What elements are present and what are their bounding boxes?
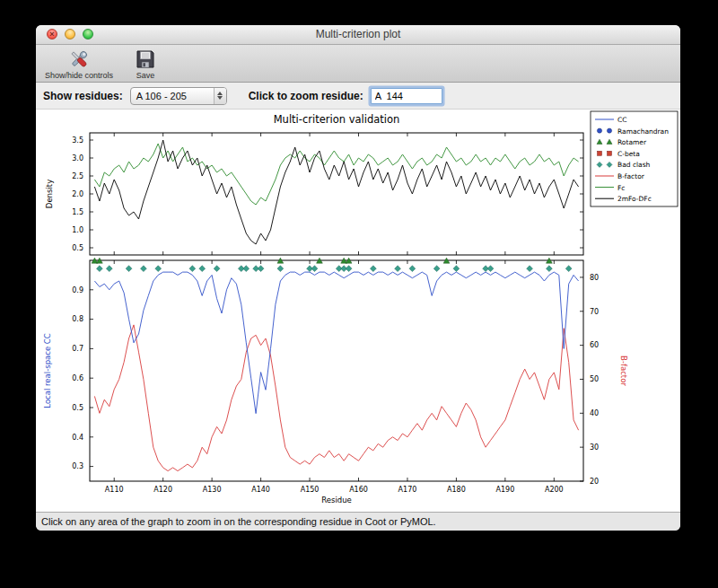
show-hide-controls-button[interactable]: Show/hide controls: [41, 47, 117, 81]
svg-text:30: 30: [590, 443, 599, 452]
svg-text:A110: A110: [104, 486, 123, 494]
svg-text:Multi-criterion validation: Multi-criterion validation: [273, 113, 399, 126]
tools-icon: [67, 48, 91, 71]
svg-text:Density: Density: [45, 180, 54, 208]
svg-text:B-factor: B-factor: [619, 355, 628, 386]
svg-text:1.5: 1.5: [72, 208, 83, 216]
residue-range-value: A 106 - 205: [131, 91, 214, 101]
svg-text:CC: CC: [617, 116, 626, 124]
svg-text:50: 50: [590, 375, 599, 383]
svg-text:0.5: 0.5: [72, 244, 83, 252]
close-button[interactable]: ×: [47, 29, 57, 39]
save-button[interactable]: Save: [131, 47, 160, 81]
toolbar-button-label: Save: [136, 71, 155, 80]
svg-text:1.0: 1.0: [72, 226, 83, 234]
close-icon: ×: [48, 30, 57, 39]
svg-text:3.0: 3.0: [72, 154, 83, 162]
zoom-residue-input[interactable]: [371, 88, 442, 104]
svg-text:A150: A150: [300, 486, 319, 494]
toolbar-button-label: Show/hide controls: [45, 71, 113, 80]
controls-bar: Show residues: A 106 - 205 Click to zoom…: [36, 83, 680, 110]
multi-criterion-plot-window: × Multi-criterion plot: [36, 25, 680, 531]
svg-text:A170: A170: [398, 486, 416, 494]
svg-text:Rotamer: Rotamer: [617, 138, 647, 146]
residue-range-select[interactable]: A 106 - 205: [130, 87, 227, 105]
svg-text:Fc: Fc: [617, 184, 625, 192]
minimize-button[interactable]: [65, 29, 75, 39]
svg-text:A190: A190: [495, 486, 514, 494]
svg-text:Residue: Residue: [321, 496, 352, 505]
svg-text:40: 40: [590, 409, 599, 417]
svg-text:60: 60: [590, 341, 599, 349]
svg-text:20: 20: [590, 478, 599, 486]
svg-text:3.5: 3.5: [72, 136, 83, 145]
svg-text:0.8: 0.8: [72, 315, 83, 323]
svg-text:2.0: 2.0: [72, 190, 83, 198]
svg-text:2mFo-DFc: 2mFo-DFc: [617, 195, 652, 203]
svg-text:Bad clash: Bad clash: [617, 161, 651, 169]
window-title: Multi-criterion plot: [36, 25, 680, 44]
status-bar: Click on any area of the graph to zoom i…: [36, 512, 680, 531]
window-controls: ×: [47, 29, 93, 39]
svg-text:80: 80: [590, 274, 599, 282]
title-bar: × Multi-criterion plot: [36, 25, 680, 45]
svg-text:2.5: 2.5: [72, 172, 83, 180]
svg-text:C-beta: C-beta: [617, 150, 640, 158]
svg-text:A160: A160: [349, 486, 368, 494]
svg-text:B-factor: B-factor: [617, 172, 645, 180]
svg-text:A140: A140: [251, 486, 270, 494]
stepper-arrows-icon: [214, 88, 226, 104]
svg-text:0.6: 0.6: [72, 374, 83, 382]
svg-text:A120: A120: [153, 486, 172, 494]
show-residues-label: Show residues:: [43, 90, 123, 102]
toolbar: Show/hide controls Save: [36, 45, 680, 83]
svg-text:Ramachandran: Ramachandran: [617, 127, 669, 136]
svg-text:A200: A200: [544, 486, 563, 494]
svg-text:A180: A180: [447, 486, 466, 494]
zoom-residue-label: Click to zoom residue:: [249, 90, 363, 102]
svg-text:0.3: 0.3: [72, 462, 83, 470]
zoom-window-button[interactable]: [83, 29, 93, 39]
svg-text:0.7: 0.7: [72, 345, 83, 353]
multi-criterion-chart[interactable]: Multi-criterion validationA110A120A130A1…: [38, 110, 679, 512]
plot-figure[interactable]: Multi-criterion validationA110A120A130A1…: [36, 110, 680, 512]
status-text: Click on any area of the graph to zoom i…: [41, 516, 436, 527]
svg-text:A130: A130: [202, 486, 221, 494]
svg-text:Local real-space CC: Local real-space CC: [43, 333, 52, 408]
svg-text:0.5: 0.5: [72, 404, 83, 412]
svg-text:70: 70: [590, 308, 599, 316]
svg-text:0.4: 0.4: [72, 434, 83, 442]
svg-text:0.9: 0.9: [72, 286, 83, 294]
desktop-background: { "window": { "title": "Multi-criterion …: [0, 0, 718, 588]
save-icon: [135, 48, 156, 71]
